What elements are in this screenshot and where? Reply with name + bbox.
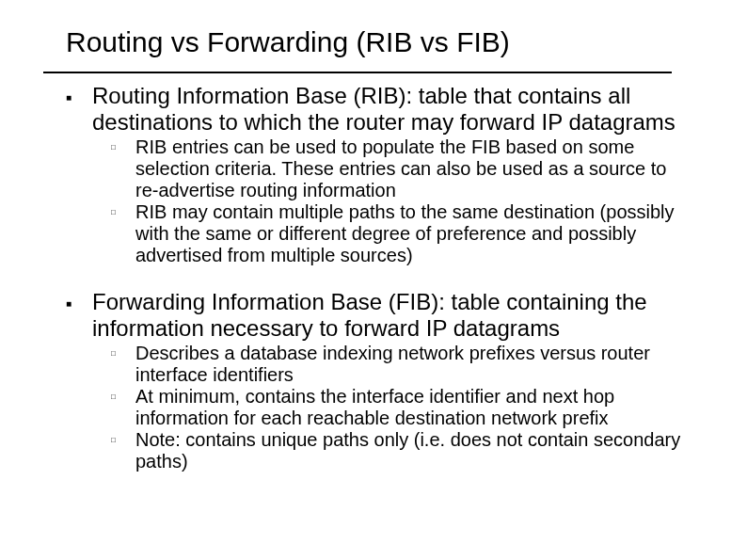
list-item: □ Note: contains unique paths only (i.e.… [111, 429, 691, 472]
bullet-icon: □ [111, 429, 135, 472]
list-item-text: Describes a database indexing network pr… [135, 343, 691, 386]
list-item-text: RIB may contain multiple paths to the sa… [135, 201, 691, 266]
sub-list: □ Describes a database indexing network … [111, 343, 691, 472]
list-item-text: RIB entries can be used to populate the … [135, 136, 691, 201]
list-item-text: Forwarding Information Base (FIB): table… [92, 289, 691, 341]
bullet-icon: □ [111, 343, 135, 386]
slide-title: Routing vs Forwarding (RIB vs FIB) [0, 0, 747, 58]
slide-content: ■ Routing Information Base (RIB): table … [0, 83, 747, 472]
list-item: □ Describes a database indexing network … [111, 343, 691, 386]
list-item: □ At minimum, contains the interface ide… [111, 386, 691, 429]
list-item: □ RIB entries can be used to populate th… [111, 136, 691, 201]
slide: Routing vs Forwarding (RIB vs FIB) ■ Rou… [0, 0, 747, 560]
bullet-icon: ■ [66, 289, 92, 341]
list-item-text: At minimum, contains the interface ident… [135, 386, 691, 429]
bullet-icon: ■ [66, 83, 92, 135]
title-underline [43, 72, 672, 73]
bullet-icon: □ [111, 201, 135, 266]
list-item: ■ Routing Information Base (RIB): table … [66, 83, 691, 135]
bullet-icon: □ [111, 386, 135, 429]
list-item: ■ Forwarding Information Base (FIB): tab… [66, 289, 691, 341]
list-item: □ RIB may contain multiple paths to the … [111, 201, 691, 266]
list-item-text: Routing Information Base (RIB): table th… [92, 83, 691, 135]
list-item-text: Note: contains unique paths only (i.e. d… [135, 429, 691, 472]
bullet-icon: □ [111, 136, 135, 201]
sub-list: □ RIB entries can be used to populate th… [111, 136, 691, 266]
